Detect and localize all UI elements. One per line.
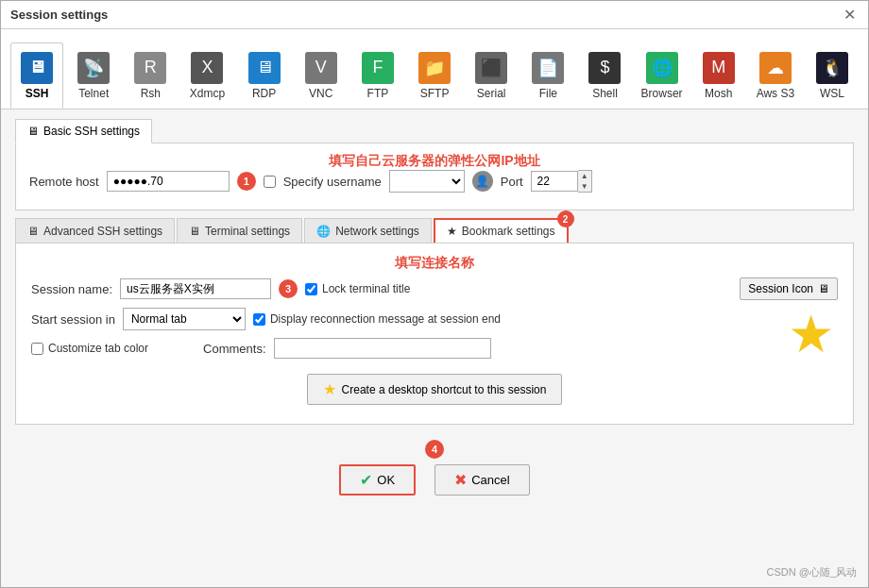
proto-label-sftp: SFTP [420,87,450,100]
title-bar: Session settings ✕ [1,1,868,29]
shortcut-btn-wrap: ★ Create a desktop shortcut to this sess… [31,366,838,412]
proto-icon-telnet: 📡 [77,52,110,84]
remote-host-label: Remote host [29,175,99,189]
display-reconnect-checkbox[interactable] [253,313,265,326]
proto-label-ftp: FTP [367,87,389,100]
proto-label-file: File [539,87,557,100]
tab-terminal[interactable]: 🖥 Terminal settings [177,218,302,243]
proto-icon-shell: $ [588,52,621,84]
proto-icon-xdmcp: X [191,52,223,84]
display-reconnect-label[interactable]: Display reconnection message at session … [253,312,501,326]
proto-tab-shell[interactable]: $ Shell [578,42,631,109]
proto-tab-sftp[interactable]: 📁 SFTP [408,42,461,109]
session-name-row: Session name: 3 Lock terminal title Sess… [31,277,838,300]
basic-ssh-tabs: 🖥 Basic SSH settings [15,119,854,143]
bottom-area: 4 ✔ OK ✖ Cancel [15,432,854,501]
start-session-row: Start session in Normal tab New window E… [31,308,838,330]
annotation-name: 填写连接名称 [31,255,838,272]
session-icon-img: 🖥 [818,282,829,295]
port-input[interactable] [531,171,578,192]
cancel-icon: ✖ [454,471,467,489]
comments-input[interactable] [274,338,491,359]
port-decrement[interactable]: ▼ [578,181,591,192]
lock-title-checkbox[interactable] [305,283,317,295]
customize-tab-color-label[interactable]: Customize tab color [31,342,148,355]
start-session-label: Start session in [31,312,115,327]
proto-label-ssh: SSH [26,87,49,100]
annotation-ip: 填写自己云服务器的弹性公网IP地址 [29,153,840,170]
proto-tab-serial[interactable]: ⬛ Serial [465,42,518,109]
proto-tab-wsl[interactable]: 🐧 WSL [806,42,859,109]
network-icon: 🌐 [316,225,331,238]
bookmark-settings-content: 填写连接名称 Session name: 3 Lock terminal tit… [15,243,854,425]
proto-label-vnc: VNC [309,87,332,100]
proto-tab-rdp[interactable]: 🖥 RDP [238,42,291,109]
lock-title-label[interactable]: Lock terminal title [305,282,410,295]
proto-icon-awss3: ☁ [759,52,792,84]
proto-icon-ssh: 🖥 [21,52,53,84]
proto-tab-ssh[interactable]: 🖥 SSH [10,42,63,109]
proto-label-wsl: WSL [820,87,844,100]
proto-tab-browser[interactable]: 🌐 Browser [636,42,689,109]
shortcut-star-icon: ★ [323,380,336,398]
proto-tab-rsh[interactable]: R Rsh [124,42,177,109]
create-shortcut-button[interactable]: ★ Create a desktop shortcut to this sess… [307,374,563,405]
session-icon-area: Session Icon 🖥 [740,277,838,300]
proto-tab-ftp[interactable]: F FTP [351,42,404,109]
terminal-icon: 🖥 [189,225,200,238]
session-icon-button[interactable]: Session Icon 🖥 [740,277,838,300]
proto-label-serial: Serial [477,87,506,100]
badge-2: 2 [557,210,574,227]
proto-tab-vnc[interactable]: V VNC [295,42,348,109]
proto-tab-file[interactable]: 📄 File [521,42,574,109]
ok-icon: ✔ [360,471,372,489]
proto-label-shell: Shell [592,87,618,100]
username-select[interactable] [389,170,465,193]
proto-icon-sftp: 📁 [418,52,451,84]
dialog-title: Session settings [10,8,108,22]
proto-tab-awss3[interactable]: ☁ Aws S3 [749,42,802,109]
main-content: 🖥 Basic SSH settings 填写自己云服务器的弹性公网IP地址 R… [1,109,868,587]
tab-network[interactable]: 🌐 Network settings [304,218,432,243]
proto-icon-file: 📄 [532,52,564,84]
proto-icon-vnc: V [305,52,337,84]
button-row: ✔ OK ✖ Cancel [339,464,529,496]
badge4-row: 4 [425,440,444,459]
ok-button[interactable]: ✔ OK [339,464,416,496]
tab-advanced-ssh[interactable]: 🖥 Advanced SSH settings [15,218,175,243]
specify-username-label[interactable]: Specify username [283,175,382,189]
watermark: CSDN @心随_风动 [766,565,857,580]
proto-icon-ftp: F [362,52,394,84]
basic-ssh-panel: 🖥 Basic SSH settings 填写自己云服务器的弹性公网IP地址 R… [15,119,854,210]
port-increment[interactable]: ▲ [578,171,591,181]
customize-tab-color-checkbox[interactable] [31,343,43,355]
port-spinner-buttons: ▲ ▼ [578,170,592,193]
proto-label-mosh: Mosh [705,87,732,100]
badge-3: 3 [279,279,298,298]
session-name-input[interactable] [120,278,271,299]
proto-tab-mosh[interactable]: M Mosh [692,42,745,109]
port-label: Port [501,175,523,189]
cancel-button[interactable]: ✖ Cancel [434,464,529,496]
badge-1: 1 [237,172,256,191]
user-icon[interactable]: 👤 [472,171,493,192]
proto-label-xdmcp: Xdmcp [190,87,225,100]
settings-section: 🖥 Advanced SSH settings 🖥 Terminal setti… [15,218,854,425]
remote-host-row: Remote host 1 Specify username 👤 Port ▲ [29,170,840,193]
specify-username-checkbox[interactable] [264,176,276,188]
tab-bookmark[interactable]: ★ Bookmark settings 2 [434,218,569,243]
proto-icon-serial: ⬛ [475,52,507,84]
basic-ssh-content: 填写自己云服务器的弹性公网IP地址 Remote host 1 Specify … [15,143,854,210]
advanced-ssh-icon: 🖥 [27,225,39,238]
badge-4: 4 [425,440,444,459]
proto-tab-xdmcp[interactable]: X Xdmcp [180,42,233,109]
proto-tab-telnet[interactable]: 📡 Telnet [67,42,120,109]
remote-host-input[interactable] [107,171,230,192]
proto-icon-rdp: 🖥 [248,52,281,84]
proto-label-browser: Browser [641,87,683,100]
proto-icon-wsl: 🐧 [816,52,848,84]
basic-ssh-tab[interactable]: 🖥 Basic SSH settings [15,119,152,143]
comments-label: Comments: [203,342,265,356]
start-session-select[interactable]: Normal tab New window Existing tab [123,308,246,330]
close-button[interactable]: ✕ [840,6,859,25]
